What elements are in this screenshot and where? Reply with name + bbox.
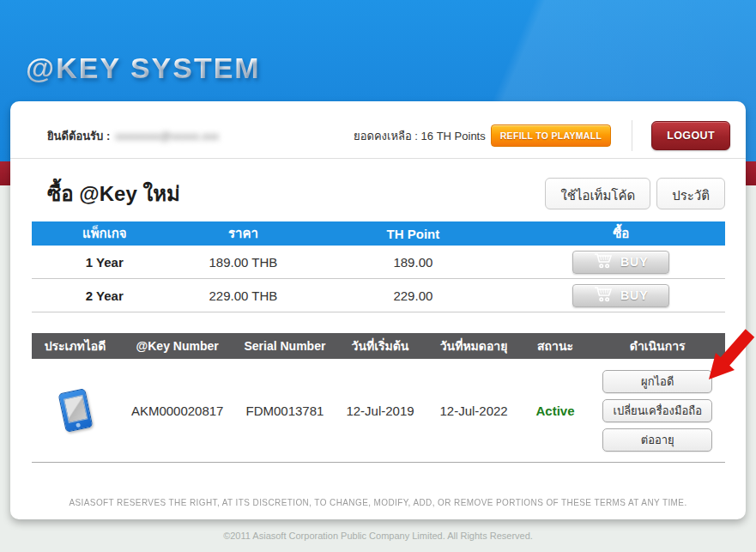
thpoint-cell: 229.00 [309,288,517,303]
start-date-cell: 12-Jul-2019 [333,403,426,418]
buy-col-thpoint: TH Point [309,227,517,241]
price-cell: 189.00 THB [178,255,310,270]
serial-number-cell: FDM0013781 [236,403,333,418]
table-row: AKM000020817 FDM0013781 12-Jul-2019 12-J… [32,359,725,463]
phone-home-button [76,422,81,428]
key-col-actions: ดำเนินการ [590,337,725,355]
thpoint-cell: 189.00 [309,255,517,270]
points-balance: ยอดคงเหลือ : 16 TH Points [354,127,486,145]
buy-button-1year[interactable]: BUY [572,251,669,274]
status-badge: Active [521,403,590,418]
key-col-serial: Serial Number [236,339,333,353]
phone-icon [57,388,93,433]
key-col-start: วันที่เริ่มต้น [333,337,426,355]
welcome-label: ยินดีต้อนรับ : [47,127,110,145]
page-title: ซื้อ @Key ใหม่ [47,177,180,210]
renew-button[interactable]: ต่ออายุ [602,428,712,452]
buy-table-header: แพ็กเกจ ราคา TH Point ซื้อ [32,221,725,246]
buy-table: แพ็กเกจ ราคา TH Point ซื้อ 1 Year 189.00… [32,221,725,312]
table-row: 2 Year 229.00 THB 229.00 BUY [32,279,725,312]
cart-icon [594,286,614,305]
package-cell: 1 Year [32,255,178,270]
terms-notice: ASIASOFT RESERVES THE RIGHT, AT ITS DISC… [10,498,746,508]
price-cell: 229.00 THB [178,288,310,303]
main-card: ยินดีต้อนรับ : xxxxxxxx@xxxxx.xxx ยอดคงเ… [10,101,746,519]
key-col-number: @Key Number [118,339,236,353]
cart-icon [594,252,614,271]
welcome-text: ยินดีต้อนรับ : xxxxxxxx@xxxxx.xxx [47,127,219,145]
buy-col-package: แพ็กเกจ [32,223,178,244]
key-table: ประเภทไอดี @Key Number Serial Number วัน… [32,333,725,463]
history-button[interactable]: ประวัติ [656,178,725,209]
buy-cell: BUY [517,251,725,274]
buy-button-2year[interactable]: BUY [572,284,669,307]
buy-col-price: ราคา [178,223,310,244]
actions-group: ผูกไอดี เปลี่ยนเครื่องมือถือ ต่ออายุ [590,370,725,452]
use-item-code-button[interactable]: ใช้ไอเท็มโค้ด [545,178,650,209]
table-row: 1 Year 189.00 THB 189.00 BUY [32,246,725,279]
bind-id-button[interactable]: ผูกไอดี [602,370,712,393]
user-email-blurred: xxxxxxxx@xxxxx.xxx [115,130,219,143]
buy-col-buy: ซื้อ [517,223,725,244]
topbar-divider [632,120,632,151]
key-col-expire: วันที่หมดอายุ [427,337,521,355]
copyright-text: ©2011 Asiasoft Corporation Public Compan… [0,531,756,541]
buy-button-label: BUY [620,288,649,302]
package-cell: 2 Year [32,288,178,303]
phone-screen [63,395,88,423]
key-col-status: สถานะ [521,337,590,355]
buy-button-label: BUY [620,255,649,269]
topbar-right-group: ยอดคงเหลือ : 16 TH Points REFILL TO PLAY… [354,120,730,151]
title-buttons-group: ใช้ไอเท็มโค้ด ประวัติ [545,178,725,209]
refill-to-playmall-button[interactable]: REFILL TO PLAYMALL [491,124,611,147]
expire-date-cell: 12-Jul-2022 [427,403,521,418]
app-logo: @KEY SYSTEM [26,52,261,85]
account-topbar: ยินดีต้อนรับ : xxxxxxxx@xxxxx.xxx ยอดคงเ… [10,101,746,159]
id-type-cell [32,391,118,430]
key-table-header: ประเภทไอดี @Key Number Serial Number วัน… [32,333,725,359]
actions-cell: ผูกไอดี เปลี่ยนเครื่องมือถือ ต่ออายุ [590,370,725,452]
key-col-type: ประเภทไอดี [32,337,118,355]
key-number-cell: AKM000020817 [118,403,236,418]
change-device-button[interactable]: เปลี่ยนเครื่องมือถือ [602,399,712,422]
buy-cell: BUY [517,284,725,307]
purchase-title-row: ซื้อ @Key ใหม่ ใช้ไอเท็มโค้ด ประวัติ [10,159,746,221]
logout-button[interactable]: LOGOUT [651,121,730,150]
